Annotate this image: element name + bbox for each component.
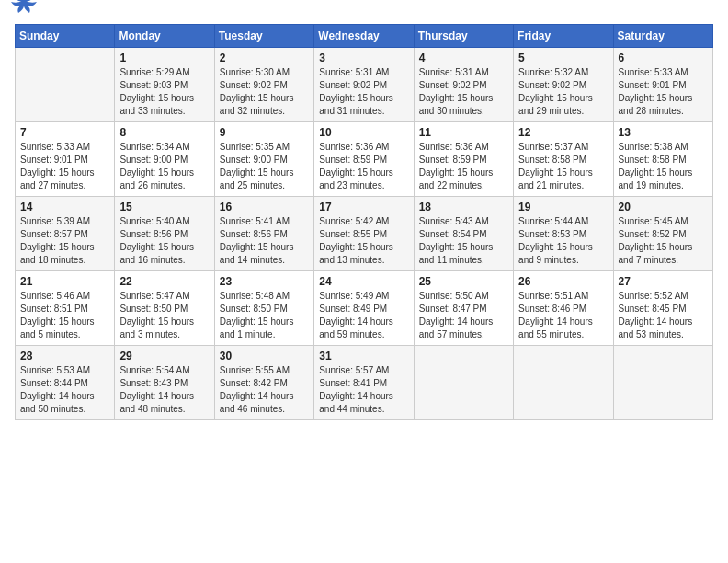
day-info: Sunrise: 5:42 AM Sunset: 8:55 PM Dayligh… xyxy=(319,215,408,267)
day-info: Sunrise: 5:35 AM Sunset: 9:00 PM Dayligh… xyxy=(220,141,309,192)
day-number: 31 xyxy=(319,350,408,362)
calendar-week-row: 7Sunrise: 5:33 AM Sunset: 9:01 PM Daylig… xyxy=(16,122,713,197)
day-number: 21 xyxy=(20,275,109,288)
day-info: Sunrise: 5:52 AM Sunset: 8:45 PM Dayligh… xyxy=(619,290,708,341)
calendar-day-cell: 28Sunrise: 5:53 AM Sunset: 8:44 PM Dayli… xyxy=(16,346,115,420)
calendar-day-cell: 9Sunrise: 5:35 AM Sunset: 9:00 PM Daylig… xyxy=(214,122,313,197)
day-number: 7 xyxy=(20,126,109,139)
day-info: Sunrise: 5:53 AM Sunset: 8:44 PM Dayligh… xyxy=(20,364,109,416)
day-number: 30 xyxy=(220,350,309,362)
calendar-day-cell: 16Sunrise: 5:41 AM Sunset: 8:56 PM Dayli… xyxy=(214,197,313,271)
day-number: 28 xyxy=(20,350,109,362)
calendar-week-row: 21Sunrise: 5:46 AM Sunset: 8:51 PM Dayli… xyxy=(16,271,713,346)
calendar-day-cell: 19Sunrise: 5:44 AM Sunset: 8:53 PM Dayli… xyxy=(514,197,613,271)
day-info: Sunrise: 5:39 AM Sunset: 8:57 PM Dayligh… xyxy=(20,215,109,267)
day-number: 9 xyxy=(220,126,309,139)
day-info: Sunrise: 5:32 AM Sunset: 9:02 PM Dayligh… xyxy=(518,66,608,118)
calendar-day-cell xyxy=(16,48,115,122)
day-number: 22 xyxy=(119,275,209,288)
day-info: Sunrise: 5:31 AM Sunset: 9:02 PM Dayligh… xyxy=(319,66,408,118)
day-number: 10 xyxy=(319,126,408,139)
calendar-day-cell: 20Sunrise: 5:45 AM Sunset: 8:52 PM Dayli… xyxy=(613,197,712,271)
day-info: Sunrise: 5:29 AM Sunset: 9:03 PM Dayligh… xyxy=(119,66,209,118)
day-info: Sunrise: 5:57 AM Sunset: 8:41 PM Dayligh… xyxy=(319,364,408,416)
calendar-day-cell: 29Sunrise: 5:54 AM Sunset: 8:43 PM Dayli… xyxy=(115,346,214,420)
day-number: 2 xyxy=(220,52,309,64)
day-info: Sunrise: 5:43 AM Sunset: 8:54 PM Dayligh… xyxy=(419,215,508,267)
calendar-day-cell: 13Sunrise: 5:38 AM Sunset: 8:58 PM Dayli… xyxy=(613,122,712,197)
day-number: 18 xyxy=(419,201,508,213)
day-number: 14 xyxy=(20,201,109,213)
logo-bird-icon xyxy=(11,0,37,17)
calendar-day-cell: 11Sunrise: 5:36 AM Sunset: 8:59 PM Dayli… xyxy=(414,122,513,197)
calendar-day-cell xyxy=(613,346,712,420)
day-info: Sunrise: 5:33 AM Sunset: 9:01 PM Dayligh… xyxy=(20,141,109,192)
day-number: 8 xyxy=(119,126,209,139)
day-info: Sunrise: 5:36 AM Sunset: 8:59 PM Dayligh… xyxy=(419,141,508,192)
calendar-day-cell: 7Sunrise: 5:33 AM Sunset: 9:01 PM Daylig… xyxy=(16,122,115,197)
calendar-day-cell: 4Sunrise: 5:31 AM Sunset: 9:02 PM Daylig… xyxy=(414,48,513,122)
day-number: 27 xyxy=(619,275,708,288)
calendar-day-cell: 21Sunrise: 5:46 AM Sunset: 8:51 PM Dayli… xyxy=(16,271,115,346)
calendar-day-cell: 10Sunrise: 5:36 AM Sunset: 8:59 PM Dayli… xyxy=(314,122,414,197)
day-info: Sunrise: 5:44 AM Sunset: 8:53 PM Dayligh… xyxy=(518,215,608,267)
day-number: 23 xyxy=(220,275,309,288)
day-number: 11 xyxy=(419,126,508,139)
day-info: Sunrise: 5:40 AM Sunset: 8:56 PM Dayligh… xyxy=(119,215,209,267)
day-info: Sunrise: 5:50 AM Sunset: 8:47 PM Dayligh… xyxy=(419,290,508,341)
day-number: 29 xyxy=(119,350,209,362)
day-info: Sunrise: 5:49 AM Sunset: 8:49 PM Dayligh… xyxy=(319,290,408,341)
day-number: 15 xyxy=(119,201,209,213)
day-of-week-header: Friday xyxy=(514,25,613,48)
calendar-day-cell: 26Sunrise: 5:51 AM Sunset: 8:46 PM Dayli… xyxy=(514,271,613,346)
day-info: Sunrise: 5:54 AM Sunset: 8:43 PM Dayligh… xyxy=(119,364,209,416)
day-number: 6 xyxy=(619,52,708,64)
day-info: Sunrise: 5:45 AM Sunset: 8:52 PM Dayligh… xyxy=(619,215,708,267)
day-of-week-header: Tuesday xyxy=(214,25,313,48)
calendar-day-cell: 23Sunrise: 5:48 AM Sunset: 8:50 PM Dayli… xyxy=(214,271,313,346)
day-info: Sunrise: 5:46 AM Sunset: 8:51 PM Dayligh… xyxy=(20,290,109,341)
day-number: 3 xyxy=(319,52,408,64)
calendar-day-cell: 1Sunrise: 5:29 AM Sunset: 9:03 PM Daylig… xyxy=(115,48,214,122)
page-header xyxy=(15,15,713,17)
day-info: Sunrise: 5:36 AM Sunset: 8:59 PM Dayligh… xyxy=(319,141,408,192)
day-info: Sunrise: 5:30 AM Sunset: 9:02 PM Dayligh… xyxy=(220,66,309,118)
calendar-day-cell: 15Sunrise: 5:40 AM Sunset: 8:56 PM Dayli… xyxy=(115,197,214,271)
calendar-week-row: 1Sunrise: 5:29 AM Sunset: 9:03 PM Daylig… xyxy=(16,48,713,122)
calendar-day-cell: 30Sunrise: 5:55 AM Sunset: 8:42 PM Dayli… xyxy=(214,346,313,420)
calendar-day-cell: 25Sunrise: 5:50 AM Sunset: 8:47 PM Dayli… xyxy=(414,271,513,346)
day-info: Sunrise: 5:34 AM Sunset: 9:00 PM Dayligh… xyxy=(119,141,209,192)
day-info: Sunrise: 5:33 AM Sunset: 9:01 PM Dayligh… xyxy=(619,66,708,118)
day-of-week-header: Thursday xyxy=(414,25,513,48)
calendar-day-cell: 2Sunrise: 5:30 AM Sunset: 9:02 PM Daylig… xyxy=(214,48,313,122)
calendar-header-row: SundayMondayTuesdayWednesdayThursdayFrid… xyxy=(16,25,713,48)
day-number: 25 xyxy=(419,275,508,288)
day-info: Sunrise: 5:38 AM Sunset: 8:58 PM Dayligh… xyxy=(619,141,708,192)
calendar-day-cell xyxy=(414,346,513,420)
day-info: Sunrise: 5:31 AM Sunset: 9:02 PM Dayligh… xyxy=(419,66,508,118)
day-info: Sunrise: 5:41 AM Sunset: 8:56 PM Dayligh… xyxy=(220,215,309,267)
day-number: 26 xyxy=(518,275,608,288)
day-of-week-header: Sunday xyxy=(16,25,115,48)
calendar-day-cell xyxy=(514,346,613,420)
calendar-day-cell: 6Sunrise: 5:33 AM Sunset: 9:01 PM Daylig… xyxy=(613,48,712,122)
calendar-day-cell: 27Sunrise: 5:52 AM Sunset: 8:45 PM Dayli… xyxy=(613,271,712,346)
day-number: 5 xyxy=(518,52,608,64)
day-info: Sunrise: 5:48 AM Sunset: 8:50 PM Dayligh… xyxy=(220,290,309,341)
calendar-day-cell: 18Sunrise: 5:43 AM Sunset: 8:54 PM Dayli… xyxy=(414,197,513,271)
day-info: Sunrise: 5:37 AM Sunset: 8:58 PM Dayligh… xyxy=(518,141,608,192)
day-number: 12 xyxy=(518,126,608,139)
calendar-day-cell: 5Sunrise: 5:32 AM Sunset: 9:02 PM Daylig… xyxy=(514,48,613,122)
calendar-day-cell: 31Sunrise: 5:57 AM Sunset: 8:41 PM Dayli… xyxy=(314,346,414,420)
calendar-week-row: 28Sunrise: 5:53 AM Sunset: 8:44 PM Dayli… xyxy=(16,346,713,420)
day-of-week-header: Wednesday xyxy=(314,25,414,48)
calendar-day-cell: 12Sunrise: 5:37 AM Sunset: 8:58 PM Dayli… xyxy=(514,122,613,197)
calendar-day-cell: 24Sunrise: 5:49 AM Sunset: 8:49 PM Dayli… xyxy=(314,271,414,346)
logo xyxy=(15,15,37,17)
day-number: 1 xyxy=(119,52,209,64)
day-number: 19 xyxy=(518,201,608,213)
calendar-day-cell: 17Sunrise: 5:42 AM Sunset: 8:55 PM Dayli… xyxy=(314,197,414,271)
day-number: 4 xyxy=(419,52,508,64)
calendar-day-cell: 14Sunrise: 5:39 AM Sunset: 8:57 PM Dayli… xyxy=(16,197,115,271)
calendar-week-row: 14Sunrise: 5:39 AM Sunset: 8:57 PM Dayli… xyxy=(16,197,713,271)
